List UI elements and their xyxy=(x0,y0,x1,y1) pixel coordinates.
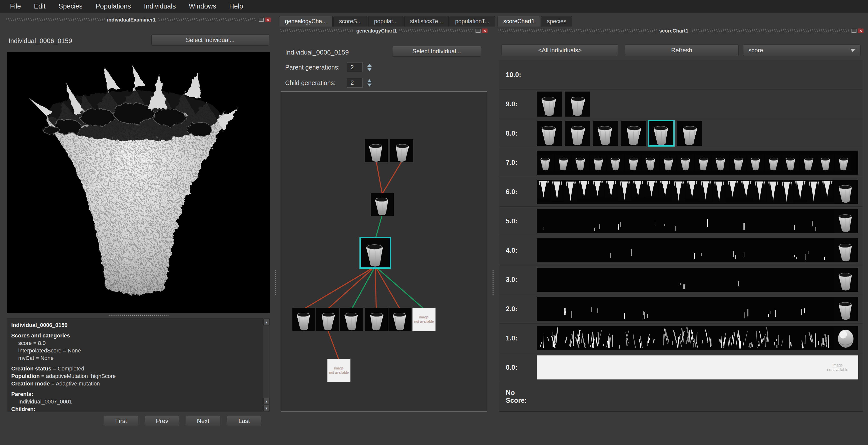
next-button[interactable]: Next xyxy=(186,416,220,426)
individual-thumbnail[interactable] xyxy=(800,151,816,174)
individual-thumbnail[interactable] xyxy=(821,180,834,198)
individual-thumbnail[interactable] xyxy=(726,180,739,198)
individual-thumbnail[interactable] xyxy=(677,121,702,146)
score-strip[interactable] xyxy=(537,268,858,292)
individual-thumbnail[interactable] xyxy=(537,151,554,174)
genealogy-node[interactable] xyxy=(316,308,339,331)
individual-thumbnail[interactable] xyxy=(833,180,858,203)
individual-thumbnail[interactable] xyxy=(767,180,780,202)
individual-thumbnail[interactable] xyxy=(686,180,699,199)
genealogy-node[interactable] xyxy=(371,193,394,216)
parent-generations-input[interactable]: 2 xyxy=(347,63,363,72)
spin-up-icon[interactable] xyxy=(367,64,372,67)
individual-thumbnail[interactable] xyxy=(699,180,712,201)
prev-button[interactable]: Prev xyxy=(145,416,179,426)
dock-titlebar[interactable]: individualExaminer1 ✕ xyxy=(4,16,273,24)
individual-thumbnail[interactable] xyxy=(835,151,851,174)
individual-thumbnail[interactable] xyxy=(713,180,726,202)
individual-thumbnail[interactable] xyxy=(695,151,711,174)
tab-scorechart1[interactable]: scoreChart1 xyxy=(498,16,540,27)
last-button[interactable]: Last xyxy=(227,416,261,426)
individual-thumbnail[interactable] xyxy=(780,180,793,203)
individual-thumbnail[interactable] xyxy=(833,268,858,291)
individual-thumbnail[interactable] xyxy=(565,92,590,117)
score-strip[interactable] xyxy=(537,297,858,321)
tab-species[interactable]: species xyxy=(541,16,572,27)
individual-thumbnail[interactable] xyxy=(618,180,631,201)
individual-thumbnail[interactable] xyxy=(625,151,641,174)
float-window-icon[interactable] xyxy=(259,18,264,22)
scroll-up-icon[interactable]: ▲ xyxy=(264,319,270,325)
genealogy-node-placeholder[interactable]: imagenot available xyxy=(328,359,350,382)
score-strip[interactable]: imagenot available xyxy=(537,355,858,379)
all-individuals-button[interactable]: <All individuals> xyxy=(501,44,618,56)
individual-thumbnail[interactable] xyxy=(833,297,858,320)
individual-3d-viewport[interactable] xyxy=(7,52,270,313)
individual-thumbnail[interactable] xyxy=(537,121,562,146)
individual-thumbnail[interactable] xyxy=(565,121,590,146)
genealogy-node[interactable] xyxy=(365,139,388,162)
tab-statisticste[interactable]: statisticsTe... xyxy=(404,16,449,27)
float-window-icon[interactable] xyxy=(851,29,857,33)
child-generations-input[interactable]: 2 xyxy=(347,78,363,88)
individual-thumbnail[interactable] xyxy=(604,180,618,198)
menu-item-edit[interactable]: Edit xyxy=(28,1,52,12)
scroll-up-icon[interactable]: ▲ xyxy=(264,398,270,405)
individual-thumbnail[interactable] xyxy=(833,239,858,262)
genealogy-node[interactable] xyxy=(361,239,390,267)
close-icon[interactable]: ✕ xyxy=(265,18,271,22)
individual-thumbnail[interactable] xyxy=(645,180,658,197)
dock-titlebar[interactable]: genealogyChart1 ✕ xyxy=(278,27,490,34)
individual-thumbnail[interactable] xyxy=(833,327,858,350)
select-individual-button[interactable]: Select Individual... xyxy=(151,34,269,45)
individual-thumbnail[interactable] xyxy=(672,180,685,202)
info-scrollbar[interactable]: ▲ ▲ ▼ xyxy=(263,318,270,412)
individual-thumbnail[interactable] xyxy=(765,151,781,174)
individual-thumbnail[interactable] xyxy=(578,180,591,199)
menu-item-individuals[interactable]: Individuals xyxy=(137,1,182,12)
individual-thumbnail[interactable] xyxy=(537,180,550,199)
genealogy-node[interactable] xyxy=(365,308,388,331)
individual-thumbnail[interactable] xyxy=(590,151,606,174)
vertical-splitter-handle[interactable] xyxy=(493,270,494,295)
individual-thumbnail[interactable] xyxy=(794,180,807,200)
individual-thumbnail[interactable] xyxy=(753,180,766,201)
individual-thumbnail[interactable] xyxy=(642,151,659,174)
individual-thumbnail[interactable] xyxy=(712,151,729,174)
score-strip[interactable] xyxy=(537,326,858,350)
individual-thumbnail[interactable] xyxy=(782,151,799,174)
genealogy-node-placeholder[interactable]: imagenot available xyxy=(412,308,435,331)
genealogy-node[interactable] xyxy=(292,308,315,331)
individual-thumbnail[interactable] xyxy=(593,121,618,146)
individual-thumbnail[interactable] xyxy=(607,151,624,174)
individual-thumbnail[interactable] xyxy=(659,180,672,197)
tab-scores[interactable]: scoreS... xyxy=(334,16,368,27)
close-icon[interactable]: ✕ xyxy=(858,29,864,33)
genealogy-tree-canvas[interactable]: imagenot availableimagenot available xyxy=(281,91,487,412)
refresh-button[interactable]: Refresh xyxy=(625,44,739,56)
score-strip[interactable] xyxy=(537,209,858,233)
individual-thumbnail[interactable] xyxy=(591,180,604,197)
individual-thumbnail[interactable] xyxy=(572,151,589,174)
horizontal-splitter-handle[interactable] xyxy=(108,315,168,316)
individual-thumbnail[interactable] xyxy=(649,121,674,146)
individual-thumbnail[interactable] xyxy=(740,180,753,198)
genealogy-node[interactable] xyxy=(389,308,411,331)
spin-down-icon[interactable] xyxy=(367,84,372,87)
individual-thumbnail[interactable] xyxy=(555,151,571,174)
individual-thumbnail[interactable] xyxy=(807,180,820,203)
individual-thumbnail[interactable] xyxy=(833,210,858,233)
menu-item-species[interactable]: Species xyxy=(52,1,89,12)
menu-item-help[interactable]: Help xyxy=(223,1,250,12)
individual-thumbnail[interactable] xyxy=(537,92,562,117)
score-strip[interactable] xyxy=(537,151,858,174)
close-icon[interactable]: ✕ xyxy=(482,29,488,33)
first-button[interactable]: First xyxy=(104,416,138,426)
individual-thumbnail[interactable] xyxy=(677,151,694,174)
tab-populat[interactable]: populat... xyxy=(368,16,403,27)
float-window-icon[interactable] xyxy=(475,29,480,33)
genealogy-node[interactable] xyxy=(390,139,413,162)
spin-up-icon[interactable] xyxy=(367,79,372,82)
score-metric-dropdown[interactable]: score xyxy=(743,44,861,56)
score-strip[interactable] xyxy=(537,180,858,204)
